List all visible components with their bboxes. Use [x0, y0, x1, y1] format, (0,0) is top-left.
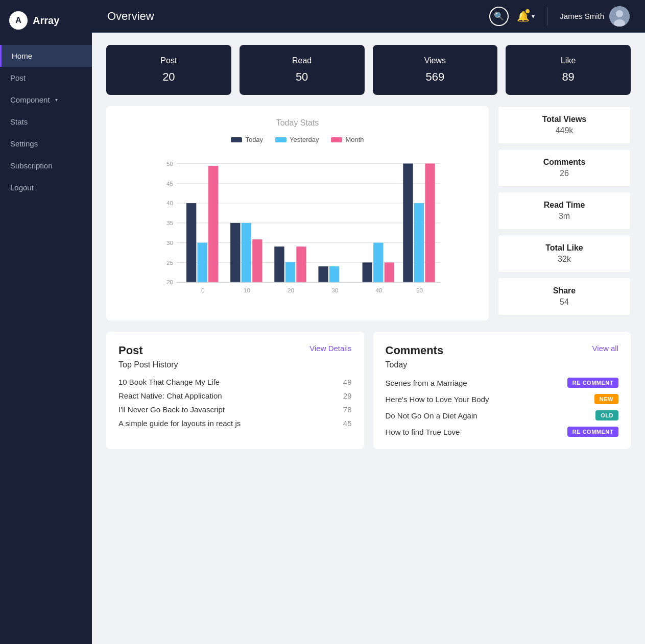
stat-share-value: 54 — [560, 298, 569, 307]
sidebar-item-logout[interactable]: Logout — [0, 177, 92, 199]
sidebar-item-subscription[interactable]: Subscription — [0, 155, 92, 177]
svg-text:50: 50 — [416, 287, 423, 294]
stat-read-time: Read Time 3m — [498, 192, 631, 230]
sidebar-item-stats[interactable]: Stats — [0, 111, 92, 133]
chevron-down-icon: ▾ — [55, 97, 58, 103]
bar-today-4 — [363, 262, 372, 282]
bar-today-0 — [186, 203, 196, 282]
notification-dot — [525, 9, 530, 13]
bar-today-3 — [318, 266, 328, 282]
view-details-link[interactable]: View Details — [309, 344, 351, 353]
post-count: 49 — [343, 378, 352, 386]
avatar — [609, 6, 630, 27]
sidebar-item-home[interactable]: Home — [0, 45, 92, 67]
stat-share-label: Share — [553, 286, 576, 295]
legend-yesterday-label: Yesterday — [290, 136, 319, 143]
logo-name: Array — [33, 15, 59, 27]
svg-text:50: 50 — [166, 160, 174, 167]
list-item: Do Not Go On a Diet Again OLD — [386, 410, 619, 420]
logo-icon: A — [9, 11, 28, 30]
stat-value-read: 50 — [296, 70, 308, 84]
post-count: 78 — [343, 405, 352, 414]
post-count: 29 — [343, 391, 352, 400]
list-item: React Native: Chat Application 29 — [118, 391, 352, 400]
post-title: A simple guide for layouts in react js — [118, 419, 241, 428]
stat-comments-label: Comments — [543, 158, 586, 167]
header-divider — [547, 7, 547, 26]
svg-text:40: 40 — [375, 287, 383, 294]
list-item: Scenes from a Marriage RE COMMENT — [386, 378, 619, 388]
header-icons: 🔍 🔔 ▾ James Smith — [489, 6, 630, 27]
comments-card: Comments View all Today Scenes from a Ma… — [373, 332, 631, 449]
page-title: Overview — [107, 10, 479, 23]
stat-label-read: Read — [292, 56, 312, 65]
stat-value-views: 569 — [426, 70, 445, 84]
user-info: James Smith — [560, 6, 630, 27]
sidebar: A Array Home Post Component ▾ Stats Sett… — [0, 0, 92, 644]
stat-label-like: Like — [561, 56, 576, 65]
badge-new: NEW — [594, 394, 618, 404]
stat-value-like: 89 — [562, 70, 574, 84]
sidebar-item-settings[interactable]: Settings — [0, 133, 92, 155]
stat-card-read: Read 50 — [240, 45, 365, 95]
badge-recomment: RE COMMENT — [567, 427, 618, 437]
stat-total-views-label: Total Views — [542, 115, 587, 124]
svg-text:25: 25 — [166, 259, 174, 266]
header: Overview 🔍 🔔 ▾ James Smith — [92, 0, 645, 33]
posts-card-title: Post — [118, 344, 143, 357]
today-color-dot — [231, 137, 242, 142]
svg-text:45: 45 — [166, 180, 174, 187]
right-stats-panel: Total Views 449k Comments 26 Read Time 3… — [498, 106, 631, 320]
search-button[interactable]: 🔍 — [489, 7, 509, 26]
stat-total-views-value: 449k — [556, 126, 574, 135]
stat-label-views: Views — [424, 56, 446, 65]
user-name: James Smith — [560, 12, 604, 20]
legend-yesterday: Yesterday — [275, 136, 319, 143]
comment-list: Scenes from a Marriage RE COMMENT Here's… — [386, 378, 619, 437]
chart-legend: Today Yesterday Month — [118, 136, 476, 143]
legend-month: Month — [331, 136, 364, 143]
svg-text:40: 40 — [166, 200, 174, 207]
posts-card-header: Post View Details — [118, 344, 352, 357]
notification-button[interactable]: 🔔 ▾ — [517, 10, 535, 22]
list-item: A simple guide for layouts in react js 4… — [118, 419, 352, 428]
stat-comments-value: 26 — [560, 169, 569, 178]
svg-text:35: 35 — [166, 219, 174, 227]
list-item: How to find True Love RE COMMENT — [386, 427, 619, 437]
list-item: Here's How to Love Your Body NEW — [386, 394, 619, 404]
sidebar-item-component[interactable]: Component ▾ — [0, 89, 92, 111]
bar-yesterday-0 — [198, 243, 207, 283]
logo-area: A Array — [0, 0, 92, 41]
stat-value-post: 20 — [162, 70, 175, 84]
stat-total-like-label: Total Like — [545, 243, 583, 253]
bar-month-2 — [296, 246, 306, 282]
search-icon: 🔍 — [494, 11, 504, 21]
stat-read-time-label: Read Time — [544, 201, 585, 210]
comment-title: Here's How to Love Your Body — [386, 395, 489, 404]
list-item: 10 Book That Change My Life 49 — [118, 378, 352, 386]
bar-today-5 — [403, 164, 413, 283]
middle-row: Today Stats Today Yesterday Month — [106, 106, 631, 320]
chevron-down-icon: ▾ — [532, 13, 535, 20]
comments-card-header: Comments View all — [386, 344, 619, 357]
bar-yesterday-5 — [414, 203, 424, 282]
list-item: I'll Never Go Back to Javascript 78 — [118, 405, 352, 414]
page-content: Post 20 Read 50 Views 569 Like 89 Today … — [92, 33, 645, 644]
svg-point-1 — [616, 10, 623, 17]
view-all-link[interactable]: View all — [592, 344, 618, 353]
post-title: 10 Book That Change My Life — [118, 378, 220, 386]
post-title: I'll Never Go Back to Javascript — [118, 405, 225, 414]
sidebar-item-post[interactable]: Post — [0, 67, 92, 89]
bar-chart: 50 45 40 35 30 25 20 — [118, 153, 476, 295]
post-count: 45 — [343, 419, 352, 428]
stat-total-views: Total Views 449k — [498, 106, 631, 144]
stat-label-post: Post — [160, 56, 177, 65]
bar-yesterday-3 — [329, 266, 339, 282]
svg-text:0: 0 — [201, 287, 205, 294]
yesterday-color-dot — [275, 137, 286, 142]
stat-card-post: Post 20 — [106, 45, 231, 95]
bar-today-1 — [230, 223, 240, 282]
bar-month-5 — [425, 164, 435, 283]
bar-yesterday-4 — [373, 243, 383, 283]
legend-month-label: Month — [345, 136, 364, 143]
